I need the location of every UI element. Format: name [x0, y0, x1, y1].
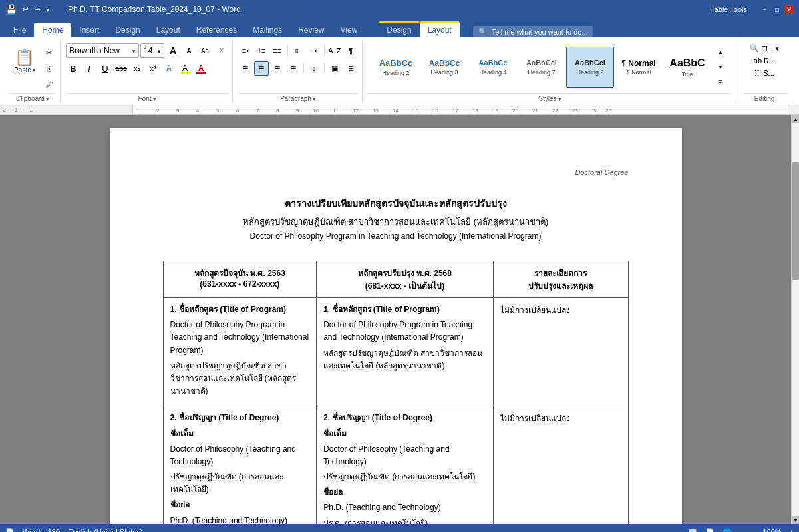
align-left-btn[interactable]: ≡ [238, 61, 253, 76]
tab-design[interactable]: Design [107, 23, 148, 37]
copy-btn[interactable]: ⎘ [41, 61, 56, 76]
tab-view[interactable]: View [333, 23, 366, 37]
font-label[interactable]: Font [66, 93, 228, 102]
redo-icon[interactable]: ↪ [34, 5, 41, 14]
style-heading9[interactable]: AaBbCcI Heading 9 [566, 47, 614, 88]
numbering-btn[interactable]: 1≡ [254, 43, 269, 58]
bullets-btn[interactable]: ≡• [238, 43, 253, 58]
format-painter-btn[interactable]: 🖌 [41, 77, 56, 92]
grow-font-btn[interactable]: A [166, 43, 180, 58]
tab-insert[interactable]: Insert [71, 23, 107, 37]
customize-icon[interactable]: ▾ [46, 6, 49, 13]
subscript-btn[interactable]: x₂ [130, 61, 144, 76]
language-indicator[interactable]: English (United States) [68, 528, 143, 532]
read-mode-btn[interactable]: 📖 [688, 528, 697, 533]
row1-col2[interactable]: 1. ชื่อหลักสูตร (Title of Program) Docto… [317, 298, 494, 406]
cut-btn[interactable]: ✂ [41, 45, 56, 60]
find-btn[interactable]: 🔍 Fi... ▾ [747, 43, 781, 54]
vertical-scrollbar[interactable]: ▲ ▼ [791, 115, 799, 524]
styles-scroll-down[interactable]: ▼ [713, 60, 728, 74]
tab-home[interactable]: Home [34, 23, 71, 37]
header-col2-line2: (681-xxxx - เป็นต้นไป) [323, 279, 486, 292]
tab-table-layout[interactable]: Layout [420, 21, 460, 37]
paste-icon: 📋 [15, 48, 35, 66]
clipboard-label[interactable]: Clipboard [9, 93, 56, 102]
style-title[interactable]: AaBbC Title [663, 47, 711, 88]
tab-review[interactable]: Review [290, 23, 332, 37]
scroll-thumb[interactable] [792, 162, 799, 280]
row2-col1[interactable]: 2. ชื่อปริญญา (Title of Degree) ชื่อเต็ม… [163, 406, 317, 524]
close-btn[interactable]: ✕ [784, 5, 794, 14]
ruler-content[interactable]: 1 2 3 4 5 6 7 8 9 10 11 12 13 14 15 16 1… [133, 104, 788, 114]
italic-btn[interactable]: I [82, 61, 96, 76]
tab-file[interactable]: File [5, 23, 34, 37]
zoom-in-btn[interactable]: + [790, 528, 794, 532]
replace-label: R... [764, 57, 775, 65]
replace-btn[interactable]: ab R... [751, 55, 778, 66]
style-heading4[interactable]: AaBbCc Heading 4 [469, 47, 517, 88]
scroll-track[interactable] [792, 123, 799, 516]
style-heading7[interactable]: AaBbCcI Heading 7 [518, 47, 565, 88]
svg-text:15: 15 [412, 108, 418, 114]
row1-col1[interactable]: 1. ชื่อหลักสูตร (Title of Program) Docto… [163, 298, 317, 406]
web-layout-btn[interactable]: 🌐 [722, 528, 732, 533]
tab-mailings[interactable]: Mailings [245, 23, 290, 37]
justify-btn[interactable]: ≡ [286, 61, 301, 76]
title-label: Title [682, 71, 693, 78]
styles-scroll-up[interactable]: ▲ [713, 45, 728, 59]
bold-btn[interactable]: B [66, 61, 80, 76]
shading-btn[interactable]: ▣ [327, 61, 342, 76]
underline-btn[interactable]: U [98, 61, 112, 76]
align-center-btn[interactable]: ≡ [254, 61, 269, 76]
heading4-label: Heading 4 [479, 69, 506, 76]
paste-btn[interactable]: 📋 Paste ▾ [9, 43, 40, 78]
font-name-dropdown[interactable]: Browallia New [66, 43, 139, 58]
styles-expand[interactable]: ⊞ [713, 75, 728, 90]
case-btn[interactable]: Aa [198, 43, 212, 58]
editing-label[interactable]: Editing [742, 93, 787, 102]
scroll-down-btn[interactable]: ▼ [792, 516, 799, 524]
svg-text:9: 9 [296, 108, 299, 114]
font-size-dropdown[interactable]: 14 [140, 43, 164, 58]
row1-col3[interactable]: ไม่มีการเปลี่ยนแปลง [493, 298, 628, 406]
tab-references[interactable]: References [188, 23, 245, 37]
borders-btn[interactable]: ⊞ [343, 61, 358, 76]
ruler-right-margin [788, 104, 799, 114]
sort-btn[interactable]: A↓Z [327, 43, 342, 58]
line-spacing-btn[interactable]: ↕ [307, 61, 321, 76]
select-btn[interactable]: ⬚ S... [752, 67, 777, 78]
font-color-btn[interactable]: A [194, 61, 208, 76]
title-bar-left: 💾 ↩ ↪ ▾ Ph.D. TT Comparison Table_2024_1… [5, 4, 241, 15]
shrink-font-btn[interactable]: A [182, 43, 196, 58]
align-right-btn[interactable]: ≡ [270, 61, 285, 76]
style-heading2[interactable]: AaBbCc Heading 2 [372, 47, 420, 88]
quick-access-icon[interactable]: 💾 [5, 4, 17, 15]
paragraph-label[interactable]: Paragraph [238, 93, 358, 102]
style-heading3[interactable]: AaBbCc Heading 3 [420, 47, 468, 88]
status-bar-left: 📄 Words: 180 English (United States) [5, 528, 143, 533]
decrease-indent-btn[interactable]: ⇤ [291, 43, 305, 58]
multilevel-btn[interactable]: ≡≡ [270, 43, 285, 58]
row2-col2[interactable]: 2. ชื่อปริญญา (Title of Degree) ชื่อเต็ม… [317, 406, 494, 524]
superscript-btn[interactable]: x² [146, 61, 160, 76]
minimize-btn[interactable]: − [760, 5, 770, 14]
style-normal[interactable]: ¶ Normal ¶ Normal [615, 47, 663, 88]
clear-format-btn[interactable]: ✗ [214, 43, 228, 58]
row2-col3[interactable]: ไม่มีการเปลี่ยนแปลง [493, 406, 628, 524]
highlight-btn[interactable]: A [178, 61, 192, 76]
text-effect-btn[interactable]: A [162, 61, 176, 76]
undo-icon[interactable]: ↩ [22, 5, 29, 14]
zoom-slider[interactable]: —— [740, 528, 754, 532]
maximize-btn[interactable]: □ [772, 5, 782, 14]
document-area[interactable]: Doctoral Degree ตารางเปรียบเทียบหลักสูตร… [0, 115, 791, 524]
svg-text:14: 14 [393, 108, 399, 114]
styles-label[interactable]: Styles [368, 93, 732, 102]
strikethrough-btn[interactable]: abc [114, 61, 128, 76]
show-hide-btn[interactable]: ¶ [343, 43, 358, 58]
increase-indent-btn[interactable]: ⇥ [307, 43, 321, 58]
scroll-up-btn[interactable]: ▲ [792, 115, 799, 123]
tell-me-box[interactable]: 🔍 Tell me what you want to do... [473, 26, 593, 37]
tab-table-design[interactable]: Design [379, 21, 419, 37]
print-layout-btn[interactable]: 📄 [705, 528, 715, 533]
tab-layout[interactable]: Layout [148, 23, 188, 37]
